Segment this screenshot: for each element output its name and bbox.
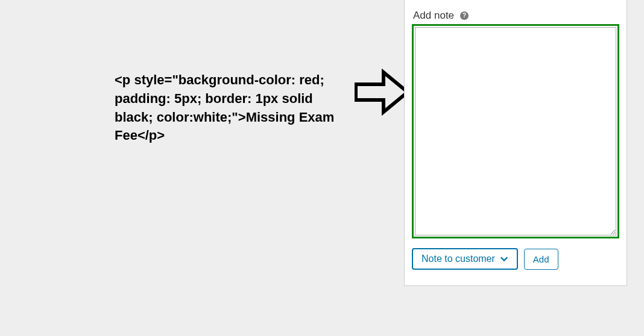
note-type-selected-label: Note to customer	[421, 254, 495, 264]
code-snippet-annotation: <p style="background-color: red; padding…	[115, 71, 353, 145]
add-note-header: Add note ?	[413, 10, 619, 22]
add-note-panel: Add note ? Note to customer Add	[404, 0, 627, 286]
note-textarea[interactable]	[415, 27, 616, 235]
arrow-right-icon	[355, 69, 410, 116]
help-icon[interactable]: ?	[460, 11, 469, 20]
add-note-label: Add note	[413, 10, 454, 22]
note-actions-row: Note to customer Add	[412, 248, 619, 270]
chevron-down-icon	[500, 255, 508, 263]
textarea-highlight-box	[412, 24, 619, 238]
add-button[interactable]: Add	[524, 249, 558, 270]
note-type-select[interactable]: Note to customer	[412, 248, 518, 270]
